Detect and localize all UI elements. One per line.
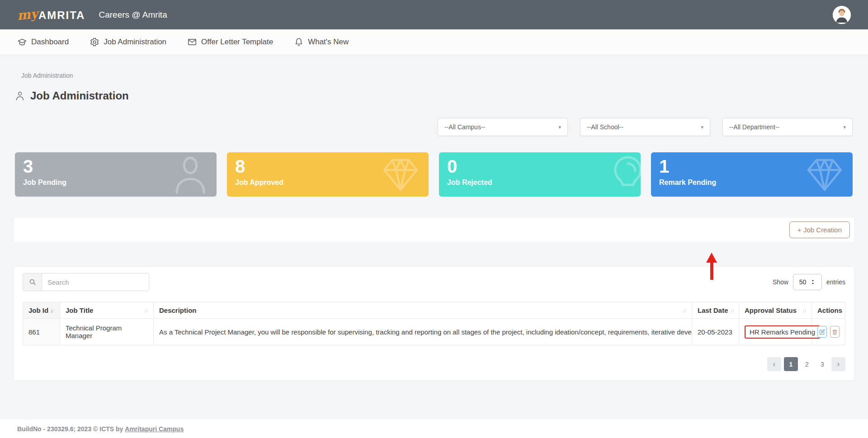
diamond-icon [803, 153, 846, 196]
campus-link[interactable]: Amritapuri Campus [125, 425, 184, 433]
stepper-icon [810, 279, 816, 285]
job-id-cell: 861 [23, 319, 60, 345]
sort-icon: ↓↑ [682, 307, 686, 314]
jobs-table: Job Id ↓↑ Job Title ↓↑ Description ↓↑ La… [23, 302, 845, 345]
school-filter-value: --All School-- [587, 123, 623, 131]
column-header-last-date[interactable]: Last Date ↓↑ [692, 302, 739, 319]
department-filter-value: --All Department-- [729, 123, 779, 131]
breadcrumb: Job Administration [21, 72, 868, 79]
nav-label: Job Administration [104, 38, 166, 47]
column-header-approval-status[interactable]: Approval Status ↓↑ [739, 302, 812, 319]
chevron-down-icon: ▾ [558, 124, 561, 130]
lightbulb-icon [606, 153, 641, 196]
page-button-1[interactable]: 1 [784, 357, 798, 371]
chevron-left-icon: ‹ [773, 359, 776, 369]
column-header-job-id[interactable]: Job Id ↓↑ [23, 302, 60, 319]
page-button-3[interactable]: 3 [816, 357, 829, 371]
sort-icon: ↓↑ [144, 307, 148, 314]
trash-icon [831, 329, 838, 335]
filter-row: --All Campus-- ▾ --All School-- ▾ --All … [0, 118, 853, 136]
delete-button[interactable] [830, 326, 840, 338]
build-info: BuildNo - 230329.6; 2023 © ICTS by [17, 425, 125, 433]
stat-card-remark-pending[interactable]: 1 Remark Pending [651, 152, 853, 197]
logo-amrita-text: AMRITA [38, 9, 85, 22]
stat-card-job-pending[interactable]: 3 Job Pending [15, 152, 217, 197]
job-creation-button[interactable]: + Job Creation [789, 221, 850, 238]
nav-item-offer-letter-template[interactable]: Offer Letter Template [187, 37, 273, 47]
bell-icon [294, 37, 304, 47]
entries-label: entries [826, 278, 845, 286]
campus-filter-select[interactable]: --All Campus-- ▾ [438, 118, 568, 136]
nav-label: Dashboard [31, 38, 69, 47]
nav-item-whats-new[interactable]: What's New [294, 37, 349, 47]
approval-status-cell: HR Remarks Pending [739, 319, 812, 345]
column-header-job-title[interactable]: Job Title ↓↑ [60, 302, 154, 319]
column-header-description[interactable]: Description ↓↑ [154, 302, 692, 319]
page-button-2[interactable]: 2 [801, 357, 813, 371]
red-annotation-arrow [706, 253, 717, 280]
description-cell: As a Technical Project Manager, you will… [154, 319, 692, 345]
person-icon [167, 153, 210, 196]
footer: BuildNo - 230329.6; 2023 © ICTS by Amrit… [0, 419, 868, 438]
table-toolbar: Show 50 entries [23, 273, 845, 291]
chevron-right-icon: › [837, 359, 840, 369]
table-header-row: Job Id ↓↑ Job Title ↓↑ Description ↓↑ La… [23, 302, 845, 319]
jobs-table-card: Show 50 entries Job Id ↓↑ [14, 267, 854, 380]
envelope-icon [187, 37, 197, 47]
nav-label: Offer Letter Template [201, 38, 273, 47]
page-title-row: Job Administration [14, 89, 868, 103]
arrow-shaft [710, 263, 713, 280]
stat-card-job-approved[interactable]: 8 Job Approved [227, 152, 429, 197]
table-row: 861 Technical Program Manager As a Techn… [23, 319, 845, 345]
stat-cards-row: 3 Job Pending 8 Job Approved 0 Job Rejec… [15, 152, 853, 197]
show-label: Show [773, 278, 788, 286]
chevron-down-icon: ▾ [701, 124, 703, 130]
search-group [23, 273, 149, 291]
search-input[interactable] [42, 273, 149, 291]
pencil-icon [819, 329, 826, 335]
job-creation-band: + Job Creation [14, 218, 854, 242]
graduation-cap-icon [17, 37, 27, 47]
app-header: my AMRITA Careers @ Amrita [0, 0, 868, 29]
previous-page-button[interactable]: ‹ [767, 357, 781, 371]
status-badge: HR Remarks Pending [745, 325, 820, 339]
campus-filter-value: --All Campus-- [444, 123, 485, 131]
nav-item-dashboard[interactable]: Dashboard [17, 37, 69, 47]
column-header-actions: Actions [812, 302, 845, 319]
sort-icon: ↓↑ [802, 307, 806, 314]
main-nav: Dashboard Job Administration Offer Lette… [0, 29, 868, 55]
entries-select[interactable]: 50 [793, 274, 822, 290]
entries-group: Show 50 entries [773, 274, 845, 290]
pagination: ‹ 1 2 3 › [23, 357, 845, 371]
last-date-cell: 20-05-2023 [692, 319, 739, 345]
chevron-down-icon: ▾ [843, 124, 846, 130]
sort-icon: ↓↑ [730, 307, 734, 314]
main-content: Job Administration Job Administration --… [0, 55, 868, 419]
app-title: Careers @ Amrita [99, 10, 167, 20]
school-filter-select[interactable]: --All School-- ▾ [580, 118, 710, 136]
sort-icon: ↓↑ [50, 307, 54, 314]
user-avatar[interactable] [833, 6, 851, 24]
department-filter-select[interactable]: --All Department-- ▾ [722, 118, 853, 136]
logo-my-text: my [16, 6, 38, 24]
search-icon [23, 273, 42, 291]
myamrita-logo[interactable]: my AMRITA [17, 7, 85, 22]
entries-value: 50 [799, 278, 807, 286]
gear-icon [90, 37, 99, 47]
stat-card-job-rejected[interactable]: 0 Job Rejected [439, 152, 641, 197]
diamond-icon [379, 153, 422, 196]
edit-button[interactable] [817, 326, 827, 338]
person-icon [14, 90, 26, 102]
next-page-button[interactable]: › [831, 357, 845, 371]
nav-item-job-administration[interactable]: Job Administration [90, 37, 166, 47]
job-title-cell: Technical Program Manager [60, 319, 154, 345]
page-title: Job Administration [30, 89, 129, 102]
avatar-person-icon [833, 6, 851, 24]
nav-label: What's New [308, 38, 349, 47]
arrow-head [706, 253, 717, 263]
